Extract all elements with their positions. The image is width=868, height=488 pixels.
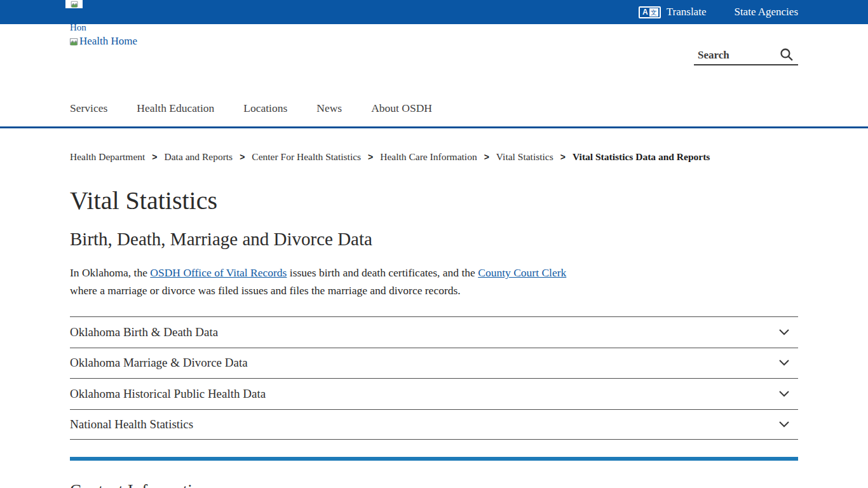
state-agencies-label: State Agencies: [734, 6, 798, 18]
chevron-down-icon: [779, 391, 789, 397]
nav-bottom-border: [0, 126, 868, 128]
search-input[interactable]: [694, 49, 764, 62]
page: A文 Translate State Agencies Hon Health H…: [0, 0, 868, 488]
breadcrumb-center-for-health-statistics[interactable]: Center For Health Statistics: [252, 151, 361, 163]
intro-paragraph: In Oklahoma, the OSDH Office of Vital Re…: [70, 264, 591, 299]
breadcrumb-vital-statistics[interactable]: Vital Statistics: [496, 151, 553, 163]
accordion-marriage-divorce-data[interactable]: Oklahoma Marriage & Divorce Data: [70, 348, 798, 379]
nav-item-health-education[interactable]: Health Education: [137, 102, 214, 115]
chevron-right-icon: >: [367, 152, 374, 162]
search-button[interactable]: [778, 46, 798, 64]
broken-image-icon: [69, 37, 78, 46]
chevron-right-icon: >: [559, 152, 567, 162]
health-home-label: Health Home: [79, 35, 137, 48]
accordion-label: National Health Statistics: [70, 417, 193, 431]
nav-item-news[interactable]: News: [316, 102, 342, 115]
search-box: [694, 46, 798, 65]
breadcrumb-health-care-information[interactable]: Health Care Information: [380, 151, 477, 163]
nav-item-services[interactable]: Services: [70, 102, 107, 115]
accordion-list: Oklahoma Birth & Death Data Oklahoma Mar…: [70, 316, 798, 440]
state-agencies-link[interactable]: State Agencies: [734, 6, 798, 18]
accordion-historical-public-health-data[interactable]: Oklahoma Historical Public Health Data: [70, 378, 798, 409]
translate-icon: A文: [639, 6, 661, 18]
nav-item-locations[interactable]: Locations: [243, 102, 287, 115]
breadcrumb-current-page: Vital Statistics Data and Reports: [573, 151, 710, 163]
nav-item-about-osdh[interactable]: About OSDH: [371, 102, 432, 115]
broken-image-icon: [70, 0, 78, 8]
accordion-label: Oklahoma Birth & Death Data: [70, 325, 218, 339]
chevron-down-icon: [779, 421, 789, 428]
chevron-right-icon: >: [238, 152, 246, 162]
chevron-down-icon: [779, 360, 789, 366]
contact-information-heading: Contact Information: [70, 481, 210, 488]
translate-button[interactable]: A文 Translate: [639, 6, 706, 18]
chevron-right-icon: >: [483, 152, 491, 162]
page-subtitle: Birth, Death, Marriage and Divorce Data: [70, 229, 372, 250]
home-link-broken-image[interactable]: [65, 0, 83, 8]
accordion-national-health-statistics[interactable]: National Health Statistics: [70, 409, 798, 440]
intro-text: In Oklahoma, the: [70, 266, 150, 279]
breadcrumb-data-and-reports[interactable]: Data and Reports: [165, 151, 233, 163]
accordion-label: Oklahoma Marriage & Divorce Data: [70, 356, 248, 370]
chevron-down-icon: [779, 329, 789, 336]
accordion-label: Oklahoma Historical Public Health Data: [70, 387, 266, 401]
intro-text: issues birth and death certificates, and…: [287, 266, 478, 279]
accordion-birth-death-data[interactable]: Oklahoma Birth & Death Data: [70, 316, 798, 348]
vital-records-link[interactable]: OSDH Office of Vital Records: [150, 266, 287, 279]
main-navigation: Services Health Education Locations News…: [70, 102, 432, 115]
intro-text: where a marriage or divorce was filed is…: [70, 284, 461, 297]
breadcrumb-health-department[interactable]: Health Department: [70, 151, 145, 163]
search-icon: [778, 46, 794, 62]
health-home-link[interactable]: Health Home: [69, 35, 137, 48]
utility-bar: A文 Translate State Agencies: [0, 0, 868, 24]
chevron-right-icon: >: [151, 152, 158, 162]
section-divider: [70, 457, 798, 461]
page-title: Vital Statistics: [70, 186, 217, 215]
breadcrumb: Health Department > Data and Reports > C…: [70, 151, 710, 163]
county-court-clerk-link[interactable]: County Court Clerk: [478, 266, 566, 279]
translate-label: Translate: [667, 6, 707, 18]
